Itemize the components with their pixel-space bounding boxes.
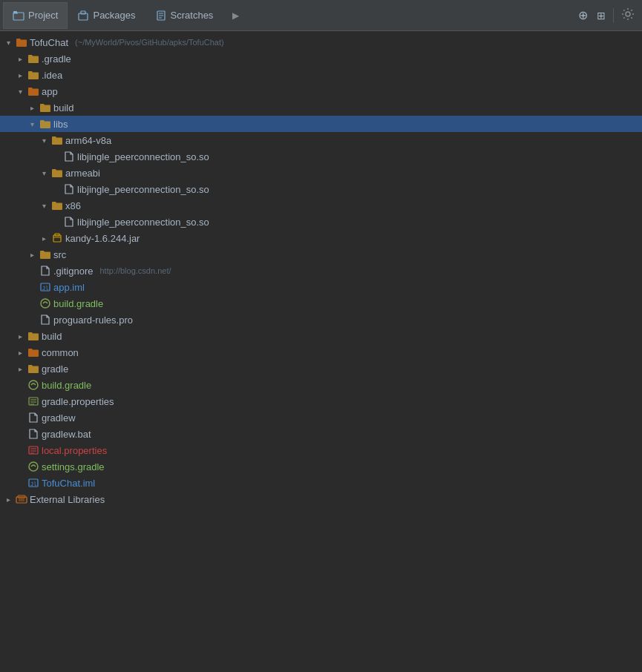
file-icon	[63, 183, 75, 195]
gradle-icon	[39, 297, 51, 309]
tree-item-label: gradlew.bat	[42, 429, 91, 440]
tree-item-label: gradle	[42, 363, 68, 375]
tree-item[interactable]: proguard-rules.pro	[0, 312, 642, 328]
tab-project-label: Project	[28, 10, 58, 21]
expand-arrow-right[interactable]	[27, 249, 37, 260]
tree-item[interactable]: common	[0, 344, 642, 360]
tree-item[interactable]: src	[0, 246, 642, 263]
play-icon: ▶	[232, 10, 239, 21]
tab-scratches[interactable]: Scratches	[145, 2, 223, 29]
tree-item-label: src	[53, 249, 66, 260]
no-arrow	[50, 217, 61, 227]
tab-packages[interactable]: Packages	[68, 2, 145, 29]
tree-item[interactable]: libjingle_peerconnection_so.so	[0, 148, 642, 165]
expand-arrow-down[interactable]	[3, 37, 13, 47]
no-arrow	[15, 445, 25, 455]
expand-arrow-right[interactable]	[15, 70, 25, 80]
no-arrow	[27, 314, 37, 325]
expand-arrow-right[interactable]	[27, 102, 37, 113]
tree-item-label: armeabi	[65, 168, 100, 179]
tree-item[interactable]: Jl TofuChat.iml	[0, 475, 642, 491]
project-tree: TofuChat(~/MyWorld/Pivos/GitHub/apks/Tof…	[0, 31, 642, 672]
expand-arrow-down[interactable]	[39, 135, 49, 145]
svg-point-15	[41, 299, 50, 308]
svg-point-16	[29, 381, 38, 389]
expand-arrow-right[interactable]	[15, 363, 25, 374]
folder-icon	[27, 69, 39, 81]
tree-item[interactable]: build	[0, 99, 642, 116]
tree-item[interactable]: gradlew	[0, 409, 642, 426]
folder-icon	[27, 85, 39, 97]
tree-item[interactable]: External Libraries	[0, 491, 642, 507]
tree-item-label: local.properties	[42, 445, 107, 456]
tab-play[interactable]: ▶	[223, 2, 249, 29]
tab-project[interactable]: Project	[3, 2, 68, 29]
tree-item[interactable]: build.gradle	[0, 377, 642, 393]
expand-arrow-down[interactable]	[15, 86, 25, 96]
tree-item[interactable]: arm64-v8a	[0, 132, 642, 148]
tree-item[interactable]: settings.gradle	[0, 458, 642, 475]
tree-item[interactable]: Jl app.iml	[0, 279, 642, 295]
tree-item-label: gradle.properties	[42, 396, 114, 407]
svg-text:Jl: Jl	[42, 286, 48, 291]
tree-item[interactable]: .idea	[0, 67, 642, 83]
tree-item[interactable]: libs	[0, 116, 642, 132]
tree-item[interactable]: app	[0, 83, 642, 99]
no-arrow	[50, 184, 61, 194]
tree-item-label: .idea	[42, 70, 62, 81]
tab-packages-label: Packages	[93, 10, 135, 21]
tree-item-label: libjingle_peerconnection_so.so	[77, 184, 209, 195]
tree-item[interactable]: libjingle_peerconnection_so.so	[0, 181, 642, 197]
folder-icon	[27, 330, 39, 342]
settings-button[interactable]	[617, 7, 639, 24]
gradle-icon	[27, 379, 39, 391]
file-icon	[39, 314, 51, 326]
jar-icon	[51, 232, 63, 244]
folder-icon	[39, 102, 51, 113]
tree-item[interactable]: gradlew.bat	[0, 426, 642, 442]
tree-item-label: .gitignore	[53, 266, 93, 277]
no-arrow	[15, 478, 25, 488]
expand-arrow-right[interactable]	[3, 494, 13, 504]
expand-arrow-down[interactable]	[27, 119, 37, 129]
expand-arrow-right[interactable]	[15, 53, 25, 64]
ext-libs-icon	[16, 493, 27, 505]
iml-icon: Jl	[27, 477, 39, 489]
expand-arrow-right[interactable]	[39, 233, 49, 243]
expand-arrow-right[interactable]	[15, 331, 25, 341]
tree-item-label: kandy-1.6.244.jar	[65, 233, 140, 244]
tree-item-label: arm64-v8a	[65, 135, 111, 146]
file-icon	[27, 428, 39, 440]
tree-item[interactable]: local.properties	[0, 442, 642, 458]
tree-item[interactable]: kandy-1.6.244.jar	[0, 230, 642, 246]
svg-point-25	[29, 462, 38, 471]
prop-icon	[27, 444, 39, 456]
tree-item[interactable]: build	[0, 328, 642, 344]
project-tab-icon	[13, 10, 24, 22]
divider	[613, 8, 614, 23]
tree-item[interactable]: gradle.properties	[0, 393, 642, 409]
folder-icon	[27, 53, 39, 65]
expand-arrow-down[interactable]	[39, 200, 49, 211]
no-arrow	[15, 461, 25, 472]
file-icon	[27, 412, 39, 424]
folder-icon	[39, 248, 51, 260]
expand-arrow-down[interactable]	[39, 168, 49, 178]
folder-icon	[51, 200, 63, 211]
tree-item[interactable]: x86	[0, 197, 642, 214]
tree-item-hint: (~/MyWorld/Pivos/GitHub/apks/TofuChat)	[75, 38, 224, 47]
tree-item[interactable]: .gitignorehttp://blog.csdn.net/	[0, 263, 642, 279]
tree-item[interactable]: armeabi	[0, 165, 642, 181]
tree-item[interactable]: .gradle	[0, 50, 642, 67]
globe-button[interactable]: ⊕	[574, 8, 592, 22]
tree-item[interactable]: gradle	[0, 360, 642, 377]
no-arrow	[15, 412, 25, 423]
tree-item[interactable]: libjingle_peerconnection_so.so	[0, 214, 642, 230]
folder-icon	[51, 167, 63, 179]
tree-item[interactable]: TofuChat(~/MyWorld/Pivos/GitHub/apks/Tof…	[0, 34, 642, 50]
layout-button[interactable]: ⊞	[592, 10, 610, 22]
tree-item-label: libjingle_peerconnection_so.so	[77, 217, 209, 228]
tree-item-label: build.gradle	[53, 298, 103, 309]
tree-item[interactable]: build.gradle	[0, 295, 642, 312]
expand-arrow-right[interactable]	[15, 347, 25, 358]
